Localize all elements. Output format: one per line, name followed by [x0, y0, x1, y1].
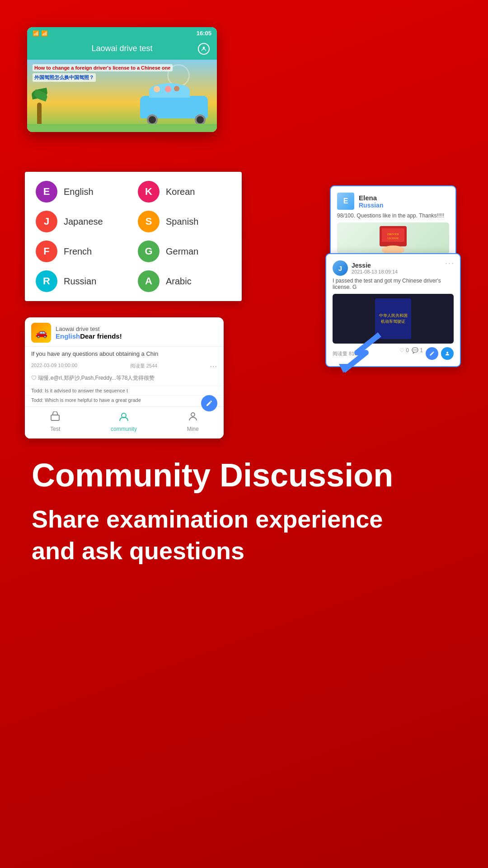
heading-sub-line1: Share examination experience: [32, 505, 383, 533]
community-post-title-block: Laowai drive test EnglishDear friends!: [56, 326, 217, 340]
banner-text-english: How to change a foreign driver's license…: [33, 64, 173, 71]
heading-sub: Share examination experience and ask que…: [32, 503, 456, 566]
mine-nav-label: Mine: [187, 426, 199, 432]
community-post-header: 🚗 Laowai drive test EnglishDear friends!: [25, 317, 224, 347]
elena-name-block: Elena Russian: [359, 194, 383, 209]
lang-badge-french: F: [36, 241, 57, 262]
jessie-date: 2021-08-13 18:09:14: [352, 269, 398, 274]
community-post-meta: 2022-03-09 10:00:00 阅读量 2544 ···: [25, 361, 224, 373]
svg-point-0: [203, 47, 205, 49]
language-panel: E English K Korean J Japanese S Spanish: [25, 172, 242, 301]
lang-label-french: French: [64, 246, 92, 257]
lang-item-german[interactable]: G German: [138, 241, 231, 262]
car-scene: [140, 87, 212, 127]
clock: 16:05: [197, 30, 211, 37]
lang-badge-english: E: [36, 181, 57, 203]
community-comment-2: Todd: Which is more helpful to have a gr…: [25, 395, 224, 406]
banner-illustration: How to change a foreign driver's license…: [27, 60, 217, 132]
svg-text:DRIVER: DRIVER: [387, 232, 399, 236]
lang-label-spanish: Spanish: [166, 217, 198, 227]
jessie-more-dots[interactable]: ···: [445, 259, 455, 268]
app-title-text: Laowai drive test: [91, 44, 152, 53]
lang-badge-russian: R: [36, 270, 57, 292]
community-more-dots[interactable]: ···: [210, 363, 217, 371]
lang-badge-japanese: J: [36, 211, 57, 232]
lang-label-english: English: [64, 187, 94, 197]
profile-icon[interactable]: [198, 43, 210, 55]
jessie-header: J Jessie 2021-08-13 18:09:14: [333, 260, 454, 276]
network-icon: 📶: [33, 30, 39, 37]
jessie-likes: ♡ 0: [399, 347, 409, 360]
lang-label-japanese: Japanese: [64, 217, 103, 227]
elena-language: Russian: [359, 202, 383, 209]
svg-text:LICENSE: LICENSE: [388, 237, 399, 240]
screenshots-section: 📶 📶 16:05 Laowai drive test How to: [18, 27, 470, 434]
bottom-text-section: Community Discussion Share examination e…: [18, 448, 470, 576]
jessie-username: Jessie: [352, 262, 398, 269]
jessie-profile-btn[interactable]: [441, 347, 454, 360]
community-comment-1: Todd: Is it advised to answer the sequen…: [25, 386, 224, 395]
heart-icon: ♡: [31, 375, 38, 381]
banner-text-chinese: 外国驾照怎么换中国驾照？: [33, 73, 96, 82]
elena-review-text: 98/100. Questions like in the app. Thank…: [337, 212, 449, 219]
svg-point-10: [191, 413, 195, 416]
test-nav-label: Test: [50, 426, 60, 432]
lang-item-korean[interactable]: K Korean: [138, 181, 231, 203]
banner-area: How to change a foreign driver's license…: [27, 60, 217, 132]
svg-rect-8: [51, 415, 59, 420]
lang-item-spanish[interactable]: S Spanish: [138, 211, 231, 232]
lang-label-russian: Russian: [64, 276, 96, 287]
community-panel: 🚗 Laowai drive test EnglishDear friends!…: [25, 317, 224, 439]
elena-avatar: E: [337, 193, 354, 210]
jessie-post-text: I passed the test and got my Chinese dri…: [333, 278, 454, 290]
community-post-app-name: Laowai drive test: [56, 326, 217, 332]
lang-label-korean: Korean: [166, 187, 195, 197]
elena-header: E Elena Russian: [337, 193, 449, 210]
lang-item-french[interactable]: F French: [36, 241, 129, 262]
lang-badge-korean: K: [138, 181, 160, 203]
app-header: Laowai drive test: [27, 39, 217, 60]
community-edit-fab[interactable]: [201, 395, 217, 411]
community-nav-icon: [118, 411, 130, 424]
community-post-likes: ♡ 瑞慢,e@rl,郑萨沙,Pash,Freddy...等78人觉得很赞: [25, 373, 224, 386]
lang-badge-arabic: A: [138, 270, 160, 292]
heading-sub-line2: and ask questions: [32, 537, 244, 564]
jessie-actions: ♡ 0 💬 1: [399, 347, 454, 360]
jessie-comments-count: 💬 1: [412, 347, 423, 360]
community-dear-friends: Dear friends!: [80, 332, 122, 340]
lang-item-english[interactable]: E English: [36, 181, 129, 203]
community-english-label: English: [56, 332, 80, 340]
test-nav-icon: [50, 411, 61, 424]
jessie-edit-btn[interactable]: [426, 347, 438, 360]
lang-item-arabic[interactable]: A Arabic: [138, 270, 231, 292]
lang-badge-german: G: [138, 241, 160, 262]
community-post-views: 阅读量 2544: [130, 363, 158, 371]
elena-photo: DRIVER LICENSE: [337, 222, 449, 254]
nav-item-community[interactable]: community: [111, 411, 137, 432]
nav-item-test[interactable]: Test: [50, 411, 61, 432]
lang-item-russian[interactable]: R Russian: [36, 270, 129, 292]
likes-text: 瑞慢,e@rl,郑萨沙,Pash,Freddy...等78人觉得很赞: [38, 375, 155, 381]
community-post-label: EnglishDear friends!: [56, 332, 217, 340]
svg-point-5: [382, 245, 404, 253]
jessie-avatar: J: [333, 260, 348, 276]
nav-item-mine[interactable]: Mine: [187, 411, 199, 432]
wifi-icon: 📶: [41, 30, 48, 37]
lang-badge-spanish: S: [138, 211, 160, 232]
lang-item-japanese[interactable]: J Japanese: [36, 211, 129, 232]
lang-label-arabic: Arabic: [166, 276, 192, 287]
status-bar: 📶 📶 16:05: [27, 27, 217, 39]
license-book-text: 中华人民共和国机动车驾驶证: [379, 313, 408, 324]
lightning-connector: [321, 330, 393, 375]
elena-card: E Elena Russian 98/100. Questions like i…: [330, 185, 456, 261]
community-bottom-nav: Test community: [25, 406, 224, 439]
svg-point-6: [446, 352, 448, 354]
phone-screenshot-top: 📶 📶 16:05 Laowai drive test How to: [27, 27, 217, 132]
status-icons: 📶 📶: [33, 30, 48, 37]
community-nav-label: community: [111, 426, 137, 432]
lang-label-german: German: [166, 246, 198, 257]
heading-main: Community Discussion: [32, 457, 456, 494]
community-post-body: If you have any questions about obtainin…: [25, 347, 224, 361]
community-logo: 🚗: [31, 323, 51, 343]
community-post-date: 2022-03-09 10:00:00: [31, 363, 77, 371]
